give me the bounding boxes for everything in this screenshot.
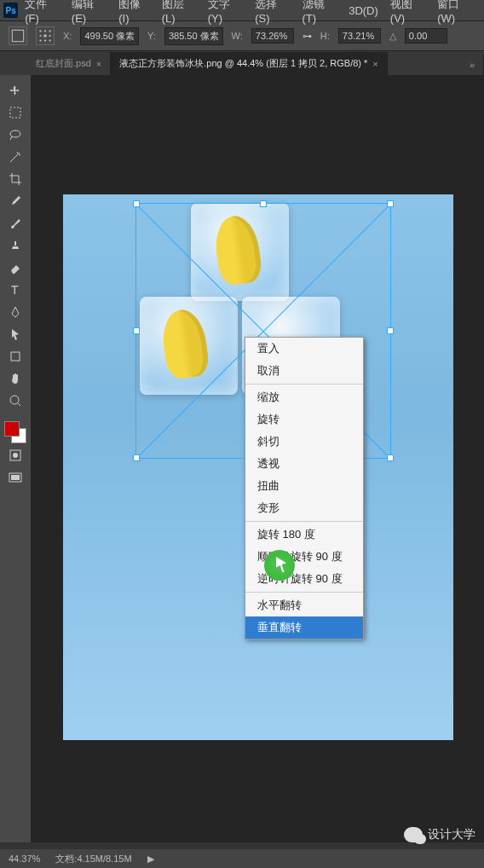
svg-point-4 [39,35,41,37]
svg-point-9 [49,39,50,41]
x-value[interactable]: 499.50 像素 [80,27,139,45]
svg-point-1 [39,30,41,32]
zoom-tool[interactable] [4,391,26,411]
document-tabs: 红底封面.psd× 液态正方形装饰冰块.png @ 44.4% (图层 1 拷贝… [0,51,484,75]
close-icon[interactable]: × [96,59,101,69]
svg-point-11 [10,130,20,137]
menu-item-perspective[interactable]: 透视 [245,453,363,475]
svg-rect-18 [11,475,20,480]
h-value[interactable]: 73.21% [338,28,381,43]
menu-3d[interactable]: 3D(D) [343,3,383,19]
magic-wand-tool[interactable] [4,147,26,167]
type-tool[interactable]: T [4,280,26,300]
x-label: X: [63,31,72,41]
doc-size: 4.15M/8.15M [77,854,131,864]
status-bar: 44.37% 文档:4.15M/8.15M ▶ [0,849,484,868]
menu-item-cancel[interactable]: 取消 [245,360,363,382]
menu-item-rotate-180[interactable]: 旋转 180 度 [245,524,363,546]
tab-doc-2[interactable]: 液态正方形装饰冰块.png @ 44.4% (图层 1 拷贝 2, RGB/8)… [111,52,388,75]
tab-label: 红底封面.psd [36,57,91,70]
menu-type[interactable]: 文字(Y) [203,0,248,26]
menu-filter[interactable]: 滤镜(T) [297,0,343,26]
angle-label: △ [389,31,396,42]
tool-panel: T [0,75,31,842]
menu-layer[interactable]: 图层(L) [157,0,201,26]
svg-rect-10 [10,107,20,118]
lasso-tool[interactable] [4,124,26,145]
transform-handle[interactable] [133,454,140,461]
svg-point-7 [39,39,41,41]
path-select-tool[interactable] [4,324,26,344]
reference-point-icon[interactable] [36,26,55,45]
eraser-tool[interactable] [4,258,26,278]
move-tool[interactable] [4,80,26,101]
cursor-highlight [264,550,295,581]
svg-point-2 [44,30,46,32]
transform-handle[interactable] [133,200,140,207]
screenmode-tool[interactable] [4,467,26,488]
menu-view[interactable]: 视图(V) [385,0,430,26]
color-swatch[interactable] [4,421,26,443]
context-menu: 置入 取消 缩放 旋转 斜切 透视 扭曲 变形 旋转 180 度 顺时针旋转 9… [245,337,364,639]
close-icon[interactable]: × [372,59,377,69]
crop-tool[interactable] [4,169,26,189]
w-value[interactable]: 73.26% [251,28,294,43]
hand-tool[interactable] [4,368,26,389]
transform-handle[interactable] [387,454,394,461]
watermark-text: 设计大学 [428,827,475,842]
menu-item-distort[interactable]: 扭曲 [245,475,363,497]
svg-point-5 [43,34,47,38]
menu-bar: Ps 文件(F) 编辑(E) 图像(I) 图层(L) 文字(Y) 选择(S) 滤… [0,0,484,20]
clone-stamp-tool[interactable] [4,235,26,256]
marquee-tool[interactable] [4,102,26,123]
menu-window[interactable]: 窗口(W) [432,0,481,26]
watermark: 设计大学 [404,827,475,842]
eyedropper-tool[interactable] [4,191,26,211]
app-logo: Ps [3,3,18,18]
svg-point-3 [49,30,50,32]
svg-point-6 [49,35,50,37]
menu-item-rotate-cw-90[interactable]: 顺时针旋转 90 度 [245,546,363,568]
wechat-icon [404,827,423,842]
menu-image[interactable]: 图像(I) [113,0,155,26]
svg-rect-13 [11,352,20,361]
transform-handle[interactable] [133,327,140,334]
svg-text:T: T [11,283,19,297]
menu-edit[interactable]: 编辑(E) [66,0,112,26]
svg-point-14 [10,396,19,404]
menu-item-rotate[interactable]: 旋转 [245,408,363,431]
transform-icon[interactable] [9,26,27,45]
menu-item-skew[interactable]: 斜切 [245,431,363,453]
y-label: Y: [147,31,156,41]
transform-handle[interactable] [387,327,394,334]
chevron-right-icon[interactable]: ▶ [147,854,154,865]
menu-select[interactable]: 选择(S) [250,0,295,26]
quickmask-tool[interactable] [4,445,26,466]
y-value[interactable]: 385.50 像素 [164,27,223,45]
menu-item-flip-vertical[interactable]: 垂直翻转 [245,616,363,639]
menu-item-flip-horizontal[interactable]: 水平翻转 [245,594,363,616]
pen-tool[interactable] [4,302,26,322]
svg-rect-0 [12,30,23,41]
doc-label: 文档: [55,854,77,864]
tab-doc-1[interactable]: 红底封面.psd× [27,52,111,75]
h-label: H: [320,31,330,41]
w-label: W: [232,31,243,41]
menu-item-scale[interactable]: 缩放 [245,386,363,408]
tab-label: 液态正方形装饰冰块.png @ 44.4% (图层 1 拷贝 2, RGB/8)… [119,57,367,70]
shape-tool[interactable] [4,346,26,367]
svg-point-8 [44,39,46,41]
menu-item-rotate-ccw-90[interactable]: 逆时针旋转 90 度 [245,568,363,590]
brush-tool[interactable] [4,213,26,234]
menu-item-warp[interactable]: 变形 [245,497,363,519]
link-icon[interactable]: ⊶ [302,31,312,42]
angle-value[interactable]: 0.00 [405,28,447,43]
menu-file[interactable]: 文件(F) [20,0,65,26]
tab-overflow[interactable]: » [461,55,484,75]
zoom-level[interactable]: 44.37% [9,854,40,864]
menu-item-place[interactable]: 置入 [245,338,363,360]
transform-handle[interactable] [387,200,394,207]
svg-point-16 [13,453,18,458]
